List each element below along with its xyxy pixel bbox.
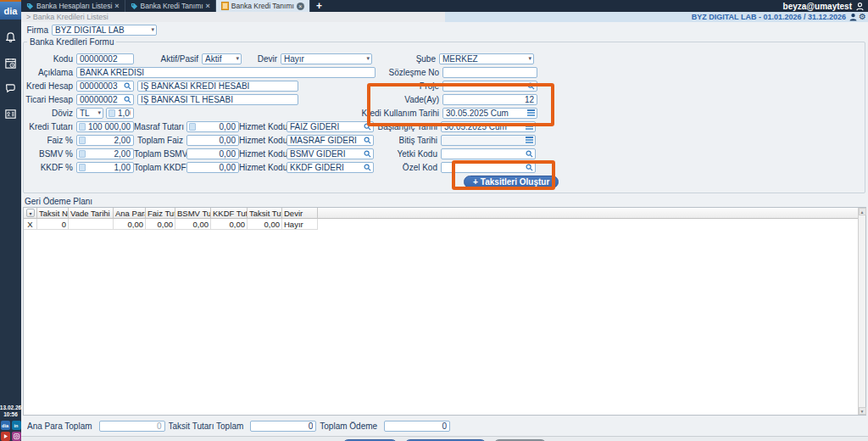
hizmet-kodu-masraf-field[interactable] xyxy=(287,135,374,146)
masraf-tutari-field[interactable] xyxy=(186,121,239,132)
doviz-rate-input[interactable] xyxy=(117,109,131,118)
taksit-tutari-cell[interactable]: 0,00 xyxy=(248,219,282,230)
ozel-kod-input[interactable] xyxy=(443,163,524,172)
dia-social-icon[interactable]: dia xyxy=(1,421,10,430)
taksitleri-olustur-button[interactable]: + Taksitleri Oluştur xyxy=(464,176,559,188)
sube-select[interactable]: MERKEZ ▾ xyxy=(439,53,534,64)
calculator-icon[interactable] xyxy=(108,109,115,117)
hizmet-kodu-faiz-field[interactable] xyxy=(287,121,374,132)
kkdf-input[interactable] xyxy=(87,163,131,172)
dia-logo[interactable]: dia xyxy=(0,0,21,20)
proje-input[interactable] xyxy=(445,81,526,91)
ticari-hesap-code-field[interactable] xyxy=(76,94,134,105)
doviz-rate-field[interactable] xyxy=(106,108,134,119)
search-icon[interactable] xyxy=(364,164,371,171)
faiz-tutari-cell[interactable]: 0,00 xyxy=(146,219,175,230)
search-icon[interactable] xyxy=(526,150,533,158)
bsmv-tutari-cell[interactable]: 0,00 xyxy=(175,219,211,230)
hizmet-kodu-bsmv-field[interactable] xyxy=(287,148,374,159)
calculator-icon[interactable] xyxy=(189,123,196,131)
toplam-faiz-input[interactable] xyxy=(189,136,236,145)
tab-banka-kredi-tanimi-2-active[interactable]: Banka Kredi Tanımı × xyxy=(216,0,310,12)
column-header-kkdf-tutari[interactable]: KKDF Tutar xyxy=(211,208,248,219)
linkedin-icon[interactable]: in xyxy=(12,421,21,430)
toplam-kkdf-field[interactable] xyxy=(186,162,239,173)
yetki-kodu-field[interactable] xyxy=(441,148,536,159)
column-header-taksit-tutari[interactable]: Taksit Tuta xyxy=(248,208,282,219)
toplam-odeme-input[interactable] xyxy=(384,421,450,432)
calendar-icon[interactable] xyxy=(527,109,535,116)
toplam-kkdf-input[interactable] xyxy=(189,163,236,172)
scroll-down-icon[interactable]: ▼ xyxy=(859,407,866,415)
toplam-bsmv-input[interactable] xyxy=(189,149,236,159)
devir-select[interactable]: Hayır ▾ xyxy=(281,53,372,64)
column-header-bsmv-tutari[interactable]: BSMV Tuta xyxy=(175,208,211,219)
calculator-icon[interactable] xyxy=(79,123,86,131)
search-icon[interactable] xyxy=(364,150,371,158)
vertical-scrollbar[interactable]: ▲ ▼ xyxy=(858,208,865,415)
calculator-icon[interactable] xyxy=(79,137,86,144)
hizmet-kodu-kkdf-field[interactable] xyxy=(287,162,374,173)
profile-icon[interactable] xyxy=(849,13,858,21)
devir-cell[interactable]: Hayır xyxy=(282,219,318,230)
search-icon[interactable] xyxy=(124,96,131,103)
column-header-vade-tarihi[interactable]: Vade Tarihi xyxy=(69,208,114,219)
hizmet-kodu-bsmv-input[interactable] xyxy=(289,149,362,159)
taksit-tutari-toplam-input[interactable] xyxy=(250,421,316,432)
bsmv-input[interactable] xyxy=(87,149,131,159)
search-icon[interactable] xyxy=(124,82,131,90)
hizmet-kodu-masraf-input[interactable] xyxy=(289,136,362,145)
kkdf-tutari-cell[interactable]: 0,00 xyxy=(211,219,248,230)
proje-field[interactable] xyxy=(442,81,537,92)
yetki-kodu-input[interactable] xyxy=(443,149,524,159)
tab-close-icon[interactable]: × xyxy=(114,2,119,10)
table-row[interactable]: X 0 0,00 0,00 0,00 0,00 0,00 Hayır xyxy=(24,219,865,230)
vade-tarihi-cell[interactable] xyxy=(69,219,114,230)
tab-close-icon[interactable]: × xyxy=(206,2,210,10)
column-header-ana-para[interactable]: Ana Para xyxy=(114,208,146,219)
kodu-input[interactable] xyxy=(76,53,134,64)
calendar-clock-icon[interactable] xyxy=(3,56,18,70)
search-icon[interactable] xyxy=(527,82,535,90)
calendar-icon[interactable] xyxy=(526,137,533,143)
ana-para-toplam-input[interactable] xyxy=(99,421,165,432)
bsmv-field[interactable] xyxy=(76,148,134,159)
notifications-bell-icon[interactable] xyxy=(3,31,18,45)
search-icon[interactable] xyxy=(526,164,533,171)
doviz-select[interactable]: TL ▾ xyxy=(76,108,103,119)
youtube-icon[interactable] xyxy=(1,432,10,441)
calendar-icon[interactable] xyxy=(526,123,533,130)
kredi-hesap-code-input[interactable] xyxy=(79,81,122,91)
column-filter-dropdown-icon[interactable]: ▾ xyxy=(26,209,35,217)
user-menu[interactable]: beyza@umaytest xyxy=(783,0,868,12)
column-header-taksit-no[interactable]: Taksit No xyxy=(37,208,69,219)
scroll-up-icon[interactable]: ▲ xyxy=(859,208,866,215)
calculator-icon[interactable] xyxy=(79,150,86,158)
kkdf-field[interactable] xyxy=(76,162,134,173)
masraf-tutari-input[interactable] xyxy=(198,122,236,131)
faiz-field[interactable] xyxy=(76,135,134,146)
bitis-tarihi-field[interactable] xyxy=(441,135,536,146)
sozlesme-no-input[interactable] xyxy=(442,67,537,78)
hizmet-kodu-kkdf-input[interactable] xyxy=(289,163,362,172)
firma-select[interactable]: BYZ DIGITAL LAB ▾ xyxy=(52,25,157,36)
tab-close-icon[interactable]: × xyxy=(297,3,304,10)
search-icon[interactable] xyxy=(364,137,371,144)
toplam-bsmv-field[interactable] xyxy=(186,148,239,159)
kredi-kullanim-tarihi-field[interactable] xyxy=(442,108,537,119)
ana-para-cell[interactable]: 0,00 xyxy=(114,219,146,230)
baslangic-tarihi-field[interactable] xyxy=(441,121,536,132)
calculator-icon[interactable] xyxy=(79,164,86,171)
kredi-tutari-field[interactable] xyxy=(76,121,134,132)
contact-card-icon[interactable] xyxy=(3,107,18,121)
kredi-tutari-input[interactable] xyxy=(87,122,131,131)
bitis-tarihi-input[interactable] xyxy=(443,136,524,145)
kredi-kullanim-tarihi-input[interactable] xyxy=(445,109,526,118)
kredi-hesap-name-input[interactable] xyxy=(137,81,298,92)
aciklama-input[interactable] xyxy=(76,67,376,78)
baslangic-tarihi-input[interactable] xyxy=(443,122,524,131)
vade-ay-input[interactable] xyxy=(442,94,537,105)
chat-icon[interactable] xyxy=(3,81,18,96)
aktif-pasif-select[interactable]: Aktif ▾ xyxy=(202,53,242,64)
column-header-faiz-tutari[interactable]: Faiz Tutar xyxy=(146,208,175,219)
